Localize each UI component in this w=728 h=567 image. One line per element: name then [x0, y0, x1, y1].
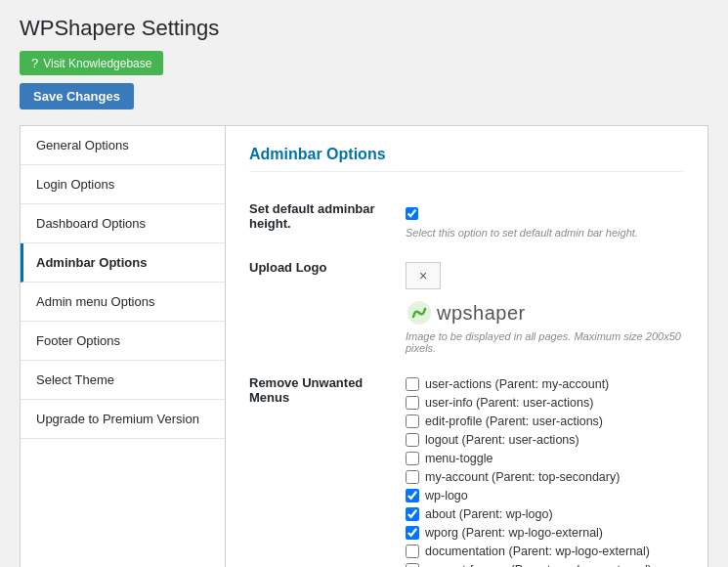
sidebar: General Options Login Options Dashboard … [21, 126, 226, 567]
sidebar-item-premium[interactable]: Upgrade to Premium Version [21, 400, 225, 439]
menu-checkbox-item: user-actions (Parent: my-account) [406, 377, 684, 391]
upload-logo-row: Upload Logo × [249, 248, 684, 364]
menu-checkbox-8[interactable] [406, 526, 419, 540]
menu-checkbox-item: menu-toggle [406, 452, 684, 465]
sidebar-item-general[interactable]: General Options [21, 126, 225, 165]
checkbox-list: user-actions (Parent: my-account)user-in… [406, 377, 684, 567]
menu-checkbox-item: wp-logo [406, 489, 684, 502]
menu-checkbox-label: my-account (Parent: top-secondary) [425, 470, 620, 484]
set-height-label: Set default adminbar height. [249, 190, 406, 248]
clear-logo-button[interactable]: × [406, 262, 441, 289]
set-height-hint: Select this option to set default admin … [406, 227, 684, 239]
remove-menus-control: user-actions (Parent: my-account)user-in… [406, 364, 684, 567]
menu-checkbox-label: user-actions (Parent: my-account) [425, 377, 609, 391]
menu-checkbox-label: edit-profile (Parent: user-actions) [425, 414, 603, 428]
upload-logo-hint: Image to be displayed in all pages. Maxi… [406, 330, 684, 354]
sidebar-item-theme[interactable]: Select Theme [21, 361, 225, 400]
clear-icon: × [419, 268, 427, 284]
upload-logo-control: × wpshaper [406, 248, 684, 364]
page-wrap: WPShapere Settings ? Visit Knowledgebase… [0, 0, 728, 567]
content-area: Adminbar Options Set default adminbar he… [226, 126, 707, 567]
remove-menus-row: Remove Unwanted Menus user-actions (Pare… [249, 364, 684, 567]
menu-checkbox-item: logout (Parent: user-actions) [406, 433, 684, 447]
settings-table: Set default adminbar height. Select this… [249, 190, 684, 567]
menu-checkbox-item: documentation (Parent: wp-logo-external) [406, 545, 684, 558]
menu-checkbox-item: edit-profile (Parent: user-actions) [406, 414, 684, 428]
menu-checkbox-label: documentation (Parent: wp-logo-external) [425, 545, 650, 558]
menu-checkbox-1[interactable] [406, 396, 419, 410]
sidebar-item-footer[interactable]: Footer Options [21, 322, 225, 361]
logo-preview: wpshaper [406, 299, 684, 327]
save-button[interactable]: Save Changes [20, 83, 134, 109]
menu-checkbox-item: wporg (Parent: wp-logo-external) [406, 526, 684, 540]
menu-checkbox-4[interactable] [406, 452, 419, 465]
section-title: Adminbar Options [249, 146, 684, 172]
menu-checkbox-0[interactable] [406, 377, 419, 391]
menu-checkbox-label: user-info (Parent: user-actions) [425, 396, 593, 410]
question-icon: ? [31, 56, 38, 70]
logo-brand-text: wpshaper [437, 302, 526, 325]
menu-checkbox-item: support-forums (Parent: wp-logo-external… [406, 563, 684, 567]
remove-menus-label: Remove Unwanted Menus [249, 364, 406, 567]
menu-checkbox-label: support-forums (Parent: wp-logo-external… [425, 563, 652, 567]
menu-checkbox-item: about (Parent: wp-logo) [406, 507, 684, 521]
set-height-control: Select this option to set default admin … [406, 190, 684, 248]
menu-checkbox-item: user-info (Parent: user-actions) [406, 396, 684, 410]
knowledgebase-label: Visit Knowledgebase [43, 57, 151, 70]
menu-checkbox-5[interactable] [406, 470, 419, 484]
menu-checkbox-3[interactable] [406, 433, 419, 447]
menu-checkbox-7[interactable] [406, 507, 419, 521]
menu-checkbox-label: logout (Parent: user-actions) [425, 433, 579, 447]
logo-svg-icon [406, 299, 433, 327]
menu-checkbox-label: menu-toggle [425, 452, 493, 465]
sidebar-item-adminbar[interactable]: Adminbar Options [21, 243, 225, 283]
set-height-row: Set default adminbar height. Select this… [249, 190, 684, 248]
set-height-checkbox[interactable] [406, 207, 418, 220]
menu-checkbox-item: my-account (Parent: top-secondary) [406, 470, 684, 484]
menu-checkbox-label: about (Parent: wp-logo) [425, 507, 553, 521]
main-layout: General Options Login Options Dashboard … [20, 125, 708, 567]
menu-checkbox-label: wp-logo [425, 489, 468, 502]
sidebar-item-adminmenu[interactable]: Admin menu Options [21, 283, 225, 322]
upload-logo-label: Upload Logo [249, 248, 406, 364]
page-title: WPShapere Settings [20, 16, 708, 41]
menu-checkbox-label: wporg (Parent: wp-logo-external) [425, 526, 603, 540]
knowledgebase-button[interactable]: ? Visit Knowledgebase [20, 51, 163, 75]
menu-checkbox-2[interactable] [406, 414, 419, 428]
sidebar-item-login[interactable]: Login Options [21, 165, 225, 204]
menu-checkbox-6[interactable] [406, 489, 419, 502]
menu-checkbox-10[interactable] [406, 563, 419, 567]
menu-checkbox-9[interactable] [406, 545, 419, 558]
sidebar-item-dashboard[interactable]: Dashboard Options [21, 204, 225, 243]
